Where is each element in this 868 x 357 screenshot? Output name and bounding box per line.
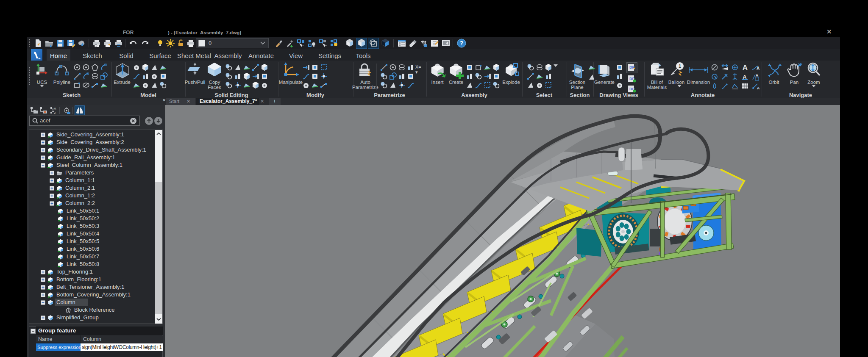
svg-text:1: 1 bbox=[679, 64, 681, 69]
svg-text:A: A bbox=[757, 66, 760, 71]
svg-text:Z: Z bbox=[54, 111, 56, 115]
svg-text:A: A bbox=[743, 74, 747, 80]
svg-text:A: A bbox=[54, 107, 56, 111]
svg-text:A: A bbox=[757, 86, 760, 90]
svg-text:A: A bbox=[743, 64, 748, 72]
svg-text:?: ? bbox=[460, 40, 464, 47]
